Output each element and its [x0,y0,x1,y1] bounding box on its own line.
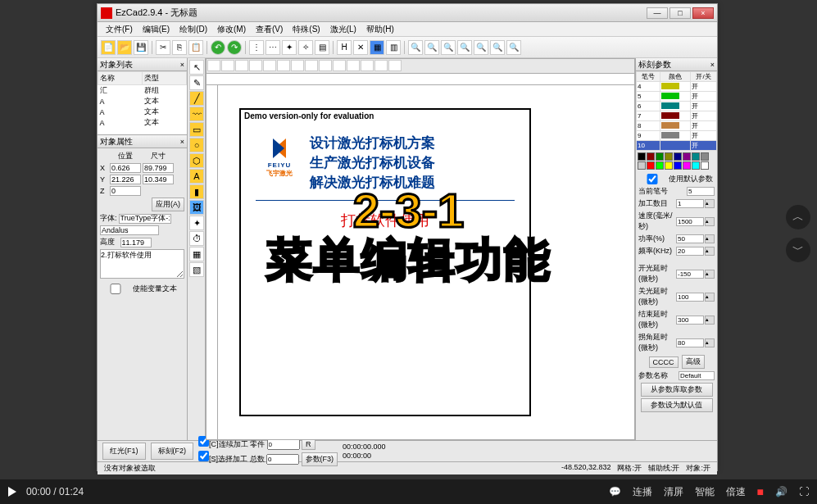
image-tool[interactable]: 🖼 [189,200,204,215]
size-x-input[interactable] [143,163,174,173]
smart-button[interactable]: 智能 [695,485,715,499]
tool-button[interactable]: ✧ [298,40,313,55]
undo-button[interactable]: ↶ [211,40,225,55]
menu-modify[interactable]: 修改(M) [212,22,251,36]
tool-button[interactable]: ✕ [353,40,368,55]
new-file-button[interactable]: 📄 [101,40,116,55]
zoom-button[interactable]: 🔍 [506,40,521,55]
r-button[interactable]: R [302,438,315,450]
power-input[interactable] [676,234,704,243]
red-light-button[interactable]: 红光(F1) [102,443,146,460]
speed-input[interactable] [676,217,704,226]
params-button[interactable]: 参数(F3) [302,452,338,466]
open-file-button[interactable]: 📂 [117,40,132,55]
pen-table[interactable]: 笔号颜色开/关 4开 5开 6开 7开 8开 9开 10开 [636,71,717,151]
off-delay-input[interactable] [676,293,704,302]
total-input[interactable] [266,454,299,465]
rect-tool[interactable]: ▭ [189,122,204,137]
canvas-area[interactable]: Demo version-only for evaluation FEIYU 飞… [206,58,635,440]
maximize-button[interactable]: □ [669,7,691,19]
volume-icon[interactable]: 🔊 [775,486,787,497]
panel-close-icon[interactable]: × [180,138,184,146]
menu-edit[interactable]: 编辑(E) [138,22,175,36]
paste-button[interactable]: 📋 [188,40,203,55]
menu-file[interactable]: 文件(F) [101,22,138,36]
align-tool[interactable] [361,60,374,71]
save-button[interactable]: 💾 [134,40,148,55]
vector-tool[interactable]: ✦ [189,216,204,230]
cccc-button[interactable]: CCCC [649,356,679,368]
align-tool[interactable] [319,60,332,71]
text-content-input[interactable]: 2.打标软件使用 [100,249,184,279]
cut-button[interactable]: ✂ [156,40,170,55]
height-input[interactable] [120,238,152,247]
align-tool[interactable] [249,60,262,71]
align-tool[interactable] [277,60,290,71]
quality-icon[interactable]: ■ [757,485,764,498]
corner-delay-input[interactable] [676,338,704,347]
size-y-input[interactable] [143,175,174,184]
current-pen-input[interactable] [687,187,715,196]
use-default-checkbox[interactable] [638,174,666,184]
tool-button[interactable]: ✦ [282,40,297,55]
align-tool[interactable] [221,60,234,71]
close-button[interactable]: × [692,7,714,19]
lock-tool[interactable] [263,60,276,71]
panel-close-icon[interactable]: × [180,61,184,69]
next-video-button[interactable]: ﹀ [786,238,810,262]
var-text-checkbox[interactable] [100,284,131,294]
redo-button[interactable]: ↷ [227,40,242,55]
select-marking-checkbox[interactable] [198,451,209,461]
zoom-button[interactable]: 🔍 [474,40,488,55]
autoplay-toggle[interactable]: 连播 [633,485,652,499]
zoom-in-button[interactable]: 🔍 [424,40,439,55]
minimize-button[interactable]: — [647,7,668,19]
zoom-fit-button[interactable]: 🔍 [457,40,472,55]
count-input[interactable] [676,199,704,208]
timer-tool[interactable]: ⏱ [189,231,204,246]
tool-button[interactable]: H [337,40,352,55]
align-tool[interactable] [305,60,318,71]
menu-laser[interactable]: 激光(L) [325,22,361,36]
menu-view[interactable]: 查看(V) [251,22,288,36]
play-button[interactable] [8,487,16,497]
panel-close-icon[interactable]: × [710,61,715,69]
parts-input[interactable] [267,439,300,450]
copy-button[interactable]: ⎘ [172,40,187,55]
save-default-button[interactable]: 参数设为默认值 [641,398,713,412]
object-list[interactable]: 名称类型 汇群组 A文本 A文本 A文本 [98,71,187,135]
select-tool[interactable]: ↖ [189,60,204,75]
mark-button[interactable]: 标刻(F2) [151,443,194,460]
align-tool[interactable] [207,60,220,71]
font-select[interactable] [119,214,171,224]
align-tool[interactable] [333,60,346,71]
align-tool[interactable] [388,60,402,71]
clear-button[interactable]: 清屏 [664,485,683,499]
zoom-button[interactable]: 🔍 [408,40,423,55]
menu-draw[interactable]: 绘制(D) [175,22,212,36]
tool-button[interactable]: ▤ [315,40,329,55]
end-delay-input[interactable] [676,316,704,325]
align-tool[interactable] [374,60,388,71]
fullscreen-icon[interactable]: ⛶ [799,486,809,497]
input-tool[interactable]: ▦ [189,247,204,261]
align-tool[interactable] [235,60,248,71]
node-tool[interactable]: ✎ [189,75,204,90]
tool-button[interactable]: ▦ [370,40,384,55]
polygon-tool[interactable]: ⬡ [189,153,204,168]
circle-tool[interactable]: ○ [189,138,204,152]
speed-button[interactable]: 倍速 [726,485,746,499]
zoom-button[interactable]: 🔍 [490,40,505,55]
param-name-input[interactable] [679,371,715,380]
pos-z-input[interactable] [110,186,141,196]
pos-y-input[interactable] [110,175,141,184]
pos-x-input[interactable] [110,163,141,173]
menu-help[interactable]: 帮助(H) [361,22,399,36]
zoom-out-button[interactable]: 🔍 [441,40,456,55]
danmu-icon[interactable]: 💬 [609,486,621,497]
on-delay-input[interactable] [676,270,704,279]
advanced-button[interactable]: 高级 [682,355,705,369]
apply-button[interactable]: 应用(A) [152,198,184,211]
freq-input[interactable] [676,247,704,256]
tool-button[interactable]: ⋮ [249,40,264,55]
